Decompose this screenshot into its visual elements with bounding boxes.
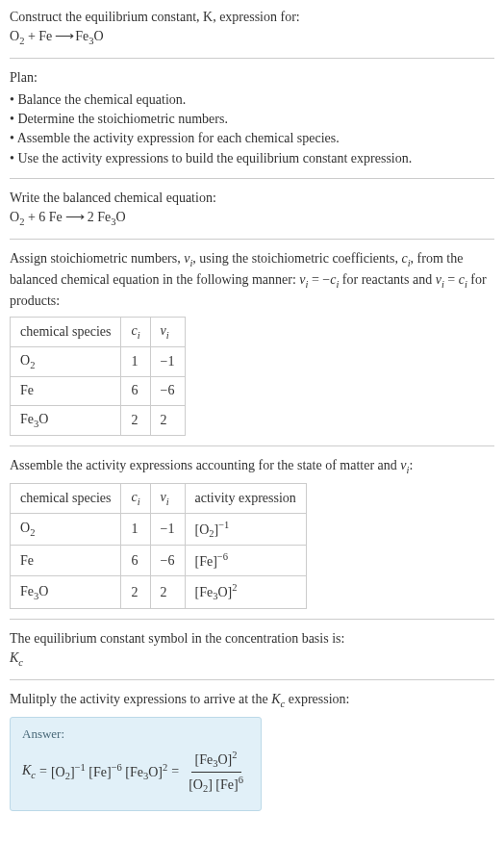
section-answer: Mulitply the activity expressions to arr… xyxy=(10,690,494,820)
table-row: Fe3O 2 2 [Fe3O]2 xyxy=(11,576,307,609)
answer-box: Answer: Kc = [O2]−1 [Fe]−6 [Fe3O]2 = [Fe… xyxy=(10,717,262,810)
col-ci: ci xyxy=(121,483,150,513)
fraction-numerator: [Fe3O]2 xyxy=(191,748,241,773)
cell-activity: [Fe3O]2 xyxy=(185,576,306,609)
kc-line1: The equilibrium constant symbol in the c… xyxy=(10,629,494,649)
table-row: Fe3O 2 2 xyxy=(11,405,186,435)
plan-bullet-4: Use the activity expressions to build th… xyxy=(10,149,494,168)
stoich-paragraph: Assign stoichiometric numbers, νi, using… xyxy=(10,249,494,311)
eq-fe: Fe xyxy=(38,29,52,43)
kc-symbol: Kc xyxy=(10,649,494,670)
table-header-row: chemical species ci νi activity expressi… xyxy=(11,483,307,513)
col-vi: νi xyxy=(150,318,185,347)
table-row: Fe 6 −6 [Fe]−6 xyxy=(11,546,307,576)
cell-vi: −6 xyxy=(150,546,185,576)
cell-species: O2 xyxy=(11,347,121,377)
fraction-denominator: [O2] [Fe]6 xyxy=(185,773,247,797)
cell-species: Fe xyxy=(11,546,121,576)
col-vi: νi xyxy=(150,483,185,513)
unbalanced-equation: O2 + Fe ⟶ Fe3O xyxy=(10,27,494,48)
activity-table: chemical species ci νi activity expressi… xyxy=(10,483,307,609)
plan-heading: Plan: xyxy=(10,68,494,88)
cell-ci: 6 xyxy=(121,546,150,576)
section-stoich-numbers: Assign stoichiometric numbers, νi, using… xyxy=(10,249,494,446)
section-balanced: Write the balanced chemical equation: O2… xyxy=(10,189,494,240)
col-species: chemical species xyxy=(11,318,121,347)
prompt-line1: Construct the equilibrium constant, K, e… xyxy=(10,10,300,24)
cell-species: O2 xyxy=(11,513,121,546)
cell-activity: [Fe]−6 xyxy=(185,546,306,576)
cell-vi: 2 xyxy=(150,405,185,435)
arrow-icon: ⟶ xyxy=(52,29,75,43)
section-kc-symbol: The equilibrium constant symbol in the c… xyxy=(10,629,494,680)
plan-bullet-2: Determine the stoichiometric numbers. xyxy=(10,110,494,129)
cell-vi: 2 xyxy=(150,576,185,609)
plan-bullet-3: Assemble the activity expression for eac… xyxy=(10,129,494,148)
plan-bullets: Balance the chemical equation. Determine… xyxy=(10,90,494,168)
answer-label: Answer: xyxy=(22,725,249,744)
col-species: chemical species xyxy=(11,483,121,513)
table-header-row: chemical species ci νi xyxy=(11,318,186,347)
kc-fraction: [Fe3O]2 [O2] [Fe]6 xyxy=(185,748,247,796)
prompt-text: Construct the equilibrium constant, K, e… xyxy=(10,8,494,27)
section-plan: Plan: Balance the chemical equation. Det… xyxy=(10,68,494,178)
table-row: O2 1 −1 xyxy=(11,347,186,377)
kc-expression: Kc = [O2]−1 [Fe]−6 [Fe3O]2 = [Fe3O]2 [O2… xyxy=(22,748,249,796)
cell-ci: 1 xyxy=(121,513,150,546)
col-ci: ci xyxy=(121,318,150,347)
answer-paragraph: Mulitply the activity expressions to arr… xyxy=(10,690,494,711)
balanced-equation: O2 + 6 Fe ⟶ 2 Fe3O xyxy=(10,208,494,229)
eq-o2: O2 xyxy=(10,29,24,43)
table-row: Fe 6 −6 xyxy=(11,377,186,405)
cell-vi: −1 xyxy=(150,347,185,377)
cell-ci: 2 xyxy=(121,405,150,435)
cell-species: Fe3O xyxy=(11,405,121,435)
arrow-icon: ⟶ xyxy=(65,210,84,224)
cell-ci: 1 xyxy=(121,347,150,377)
cell-ci: 2 xyxy=(121,576,150,609)
plan-bullet-1: Balance the chemical equation. xyxy=(10,90,494,110)
cell-vi: −6 xyxy=(150,377,185,405)
kc-product: [O2]−1 [Fe]−6 [Fe3O]2 xyxy=(51,760,167,784)
cell-vi: −1 xyxy=(150,513,185,546)
kc-lhs: Kc xyxy=(22,761,36,782)
col-activity: activity expression xyxy=(185,483,306,513)
section-activity: Assemble the activity expressions accoun… xyxy=(10,456,494,620)
eq-fe3o: Fe3O xyxy=(75,29,103,43)
cell-species: Fe xyxy=(11,377,121,405)
stoich-table: chemical species ci νi O2 1 −1 Fe 6 −6 F… xyxy=(10,317,186,435)
table-row: O2 1 −1 [O2]−1 xyxy=(11,513,307,546)
cell-ci: 6 xyxy=(121,377,150,405)
cell-species: Fe3O xyxy=(11,576,121,609)
section-prompt: Construct the equilibrium constant, K, e… xyxy=(10,8,494,59)
cell-activity: [O2]−1 xyxy=(185,513,306,546)
activity-paragraph: Assemble the activity expressions accoun… xyxy=(10,456,494,477)
balanced-heading: Write the balanced chemical equation: xyxy=(10,189,494,208)
